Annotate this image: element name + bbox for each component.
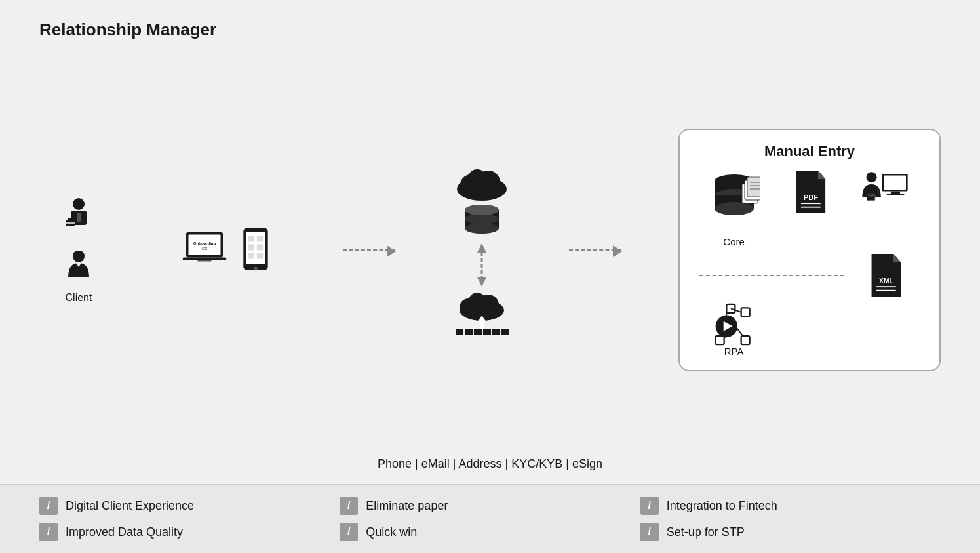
svg-text:Onboarding: Onboarding — [193, 241, 216, 245]
devices-group: Onboarding CX — [182, 227, 279, 273]
svg-rect-55 — [869, 194, 873, 196]
client-actor: Client — [59, 249, 98, 304]
bullet-text-1-0: Eliminate paper — [366, 499, 448, 513]
bullet-slash-0-0: / — [39, 497, 58, 515]
svg-marker-33 — [477, 277, 486, 287]
svg-rect-20 — [257, 253, 263, 258]
bullet-text-1-1: Quick win — [366, 525, 417, 539]
bullet-text-2-0: Integration to Fintech — [667, 499, 777, 513]
bullet-text-0-0: Digital Client Experience — [66, 499, 194, 513]
bullet-slash-0-1: / — [39, 523, 58, 541]
cloud-db-section — [452, 164, 511, 337]
rpa-label: RPA — [724, 346, 744, 357]
core-icon — [708, 171, 760, 236]
actors-group: Client — [39, 196, 118, 304]
bullet-column-1: / Eliminate paper / Quick win — [340, 497, 640, 541]
data-labels: Phone | eMail | Address | KYC/KYB | eSig… — [39, 457, 941, 471]
bullet-item-2-0: / Integration to Fintech — [640, 497, 941, 515]
svg-rect-42 — [474, 329, 482, 335]
bullet-item-1-0: / Eliminate paper — [340, 497, 640, 515]
svg-line-76 — [731, 308, 741, 312]
dashed-separator — [699, 275, 844, 276]
pdf-icon: PDF — [790, 171, 829, 213]
svg-rect-18 — [257, 244, 263, 250]
manual-entry-title: Manual Entry — [699, 143, 920, 160]
laptop-icon: Onboarding CX — [182, 227, 227, 273]
svg-rect-17 — [248, 244, 254, 250]
svg-rect-74 — [716, 336, 724, 344]
main-area: Relationship Manager — [0, 0, 980, 484]
rpa-icon — [709, 303, 758, 346]
xml-item: XML — [865, 254, 905, 297]
manual-entry-box: Manual Entry PDF — [678, 129, 941, 371]
arrow-to-cloud — [343, 249, 395, 251]
bullet-item-0-1: / Improved Data Quality — [39, 523, 340, 541]
cloud-upload-icon — [452, 291, 511, 337]
svg-rect-19 — [248, 253, 254, 258]
svg-point-53 — [867, 172, 877, 182]
core-item: Core — [708, 171, 760, 247]
svg-line-79 — [736, 327, 743, 336]
svg-rect-44 — [492, 329, 500, 335]
svg-rect-2 — [77, 213, 81, 222]
rm-icon — [59, 196, 98, 236]
bullet-text-2-1: Set-up for STP — [667, 525, 745, 539]
rm-actor — [59, 196, 98, 236]
svg-rect-4 — [68, 218, 73, 221]
bullet-item-1-1: / Quick win — [340, 523, 640, 541]
pdf-item: PDF — [790, 171, 829, 213]
svg-point-60 — [715, 202, 754, 215]
operator-item — [859, 171, 911, 213]
svg-rect-41 — [465, 329, 473, 335]
tablet-icon — [233, 227, 279, 273]
bullet-text-0-1: Improved Data Quality — [66, 525, 183, 539]
core-label: Core — [723, 236, 745, 247]
svg-point-25 — [468, 169, 486, 188]
svg-marker-31 — [477, 243, 486, 253]
svg-point-37 — [469, 293, 486, 310]
svg-point-29 — [465, 214, 499, 224]
bullet-slash-2-1: / — [640, 523, 659, 541]
svg-rect-50 — [884, 176, 907, 190]
rm-title: Relationship Manager — [39, 20, 941, 40]
bullets-section: / Digital Client Experience / Improved D… — [0, 484, 980, 553]
svg-rect-63 — [747, 177, 760, 197]
bullet-column-0: / Digital Client Experience / Improved D… — [39, 497, 340, 541]
svg-rect-45 — [501, 329, 509, 335]
cloud-icon — [452, 164, 511, 203]
svg-text:XML: XML — [879, 277, 893, 285]
svg-text:PDF: PDF — [804, 194, 818, 201]
bullet-item-0-0: / Digital Client Experience — [39, 497, 340, 515]
database-icon — [462, 203, 501, 239]
manual-entry-grid: PDF — [699, 171, 920, 357]
bullet-slash-1-0: / — [340, 497, 358, 515]
client-icon — [59, 249, 98, 288]
client-label: Client — [66, 292, 92, 304]
bullet-slash-2-0: / — [640, 497, 659, 515]
bullet-slash-1-1: / — [340, 523, 358, 541]
bullet-item-2-1: / Set-up for STP — [640, 523, 941, 541]
svg-point-0 — [73, 198, 85, 210]
operator-icon — [859, 171, 911, 213]
arrow-to-manual — [569, 249, 621, 251]
svg-rect-71 — [741, 308, 750, 316]
vertical-arrow — [475, 242, 488, 288]
svg-rect-40 — [456, 329, 463, 335]
svg-point-21 — [254, 267, 258, 271]
bullet-column-2: / Integration to Fintech / Set-up for ST… — [640, 497, 941, 541]
v-bidirectional-arrow — [475, 242, 488, 288]
svg-text:CX: CX — [202, 246, 208, 251]
svg-point-30 — [465, 205, 499, 215]
rpa-item: RPA — [709, 303, 758, 357]
svg-point-28 — [465, 223, 499, 234]
svg-rect-52 — [887, 194, 905, 195]
svg-rect-12 — [198, 260, 212, 262]
xml-icon: XML — [865, 254, 905, 297]
svg-rect-51 — [891, 192, 900, 194]
diagram-container: Client Onboarding CX — [39, 47, 941, 453]
svg-rect-75 — [741, 336, 750, 344]
svg-rect-16 — [257, 236, 263, 241]
svg-rect-15 — [248, 236, 254, 241]
svg-rect-43 — [483, 329, 491, 335]
